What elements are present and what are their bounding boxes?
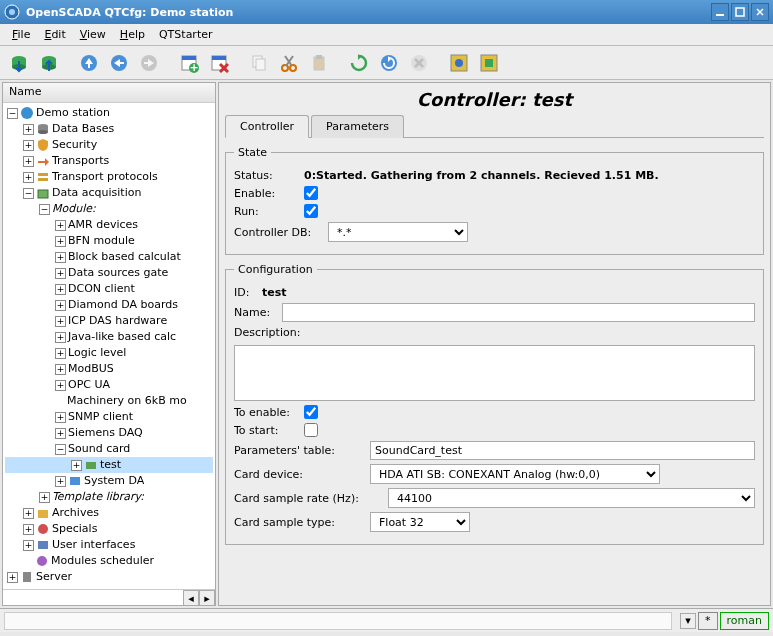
sample-rate-select[interactable]: 44100 [388, 488, 755, 508]
menu-view[interactable]: View [74, 26, 112, 43]
expander-icon[interactable]: + [55, 428, 66, 439]
tree-item[interactable]: DCON client [68, 281, 135, 297]
stop-icon[interactable] [406, 50, 432, 76]
enable-checkbox[interactable] [304, 186, 318, 200]
refresh-icon[interactable] [346, 50, 372, 76]
tree-item[interactable]: Machinery on 6kB mo [67, 393, 187, 409]
tree-item[interactable]: Logic level [68, 345, 126, 361]
expander-icon[interactable]: + [55, 220, 66, 231]
tree-item[interactable]: Siemens DAQ [68, 425, 143, 441]
tree-item[interactable]: Data Bases [52, 121, 114, 137]
tree-item[interactable]: Diamond DA boards [68, 297, 178, 313]
tree-item[interactable]: BFN module [68, 233, 135, 249]
tree-item[interactable]: SNMP client [68, 409, 133, 425]
tool-a-icon[interactable] [446, 50, 472, 76]
horizontal-scrollbar[interactable]: ◂ ▸ [3, 589, 215, 605]
paste-icon[interactable] [306, 50, 332, 76]
menu-file[interactable]: File [6, 26, 36, 43]
db-load-icon[interactable] [6, 50, 32, 76]
tree-item[interactable]: User interfaces [52, 537, 135, 553]
menu-qtstarter[interactable]: QTStarter [153, 26, 219, 43]
expander-icon[interactable]: − [7, 108, 18, 119]
params-table-input[interactable] [370, 441, 755, 460]
add-item-icon[interactable]: + [176, 50, 202, 76]
expander-icon[interactable]: + [55, 252, 66, 263]
tree-item[interactable]: OPC UA [68, 377, 110, 393]
tree-item[interactable]: Server [36, 569, 72, 585]
status-user[interactable]: roman [720, 612, 769, 630]
tree-item[interactable]: ModBUS [68, 361, 114, 377]
tree-item[interactable]: Sound card [68, 441, 130, 457]
expander-icon[interactable]: + [39, 492, 50, 503]
forward-icon[interactable] [136, 50, 162, 76]
expander-icon[interactable]: + [55, 316, 66, 327]
tree-item[interactable]: Transports [52, 153, 109, 169]
menu-edit[interactable]: Edit [38, 26, 71, 43]
expander-icon[interactable]: + [55, 476, 66, 487]
tree-item[interactable]: Security [52, 137, 97, 153]
tree-item[interactable]: Archives [52, 505, 99, 521]
expander-icon[interactable]: + [55, 348, 66, 359]
close-button[interactable] [751, 3, 769, 21]
expander-icon[interactable]: − [23, 188, 34, 199]
tree-item[interactable]: Data sources gate [68, 265, 168, 281]
expander-icon[interactable]: + [23, 140, 34, 151]
db-save-icon[interactable] [36, 50, 62, 76]
expander-icon[interactable]: + [55, 284, 66, 295]
run-checkbox[interactable] [304, 204, 318, 218]
expander-icon[interactable]: + [55, 236, 66, 247]
menu-help[interactable]: Help [114, 26, 151, 43]
expander-icon[interactable]: − [39, 204, 50, 215]
expander-icon[interactable]: + [23, 124, 34, 135]
tree-item[interactable]: Demo station [36, 105, 110, 121]
tool-b-icon[interactable] [476, 50, 502, 76]
minimize-button[interactable] [711, 3, 729, 21]
to-start-checkbox[interactable] [304, 423, 318, 437]
maximize-button[interactable] [731, 3, 749, 21]
expander-icon[interactable]: + [55, 268, 66, 279]
description-textarea[interactable] [234, 345, 755, 401]
up-icon[interactable] [76, 50, 102, 76]
tree-item-test[interactable]: test [100, 457, 121, 473]
name-input[interactable] [282, 303, 755, 322]
expander-icon[interactable]: + [23, 524, 34, 535]
status-dropdown-icon[interactable]: ▾ [680, 613, 696, 629]
auto-refresh-icon[interactable] [376, 50, 402, 76]
card-device-select[interactable]: HDA ATI SB: CONEXANT Analog (hw:0,0) [370, 464, 660, 484]
tree-item[interactable]: Transport protocols [52, 169, 158, 185]
expander-icon[interactable]: + [23, 540, 34, 551]
tree-item[interactable]: Specials [52, 521, 97, 537]
tree-item[interactable]: AMR devices [68, 217, 138, 233]
tab-controller[interactable]: Controller [225, 115, 309, 138]
tree-item-label[interactable]: Module: [52, 201, 96, 217]
scroll-right-icon[interactable]: ▸ [199, 590, 215, 606]
controller-db-select[interactable]: *.* [328, 222, 468, 242]
expander-icon[interactable]: + [55, 300, 66, 311]
tree-header[interactable]: Name [3, 83, 215, 103]
tree-item[interactable]: Data acquisition [52, 185, 141, 201]
expander-icon[interactable]: + [55, 412, 66, 423]
sample-type-select[interactable]: Float 32 [370, 512, 470, 532]
expander-icon[interactable]: + [23, 508, 34, 519]
tree-item[interactable]: ICP DAS hardware [68, 313, 167, 329]
copy-icon[interactable] [246, 50, 272, 76]
expander-icon[interactable]: + [23, 172, 34, 183]
to-enable-checkbox[interactable] [304, 405, 318, 419]
expander-icon[interactable]: + [55, 364, 66, 375]
cut-icon[interactable] [276, 50, 302, 76]
tab-parameters[interactable]: Parameters [311, 115, 404, 138]
expander-icon[interactable]: + [55, 380, 66, 391]
tree-item[interactable]: Modules scheduler [51, 553, 154, 569]
tree-body[interactable]: −Demo station +Data Bases +Security +Tra… [3, 103, 215, 589]
tree-item[interactable]: Java-like based calc [68, 329, 176, 345]
tree-item[interactable]: Block based calculat [68, 249, 181, 265]
tree-item[interactable]: System DA [84, 473, 144, 489]
expander-icon[interactable]: + [71, 460, 82, 471]
remove-item-icon[interactable] [206, 50, 232, 76]
expander-icon[interactable]: + [23, 156, 34, 167]
scroll-left-icon[interactable]: ◂ [183, 590, 199, 606]
expander-icon[interactable]: + [55, 332, 66, 343]
tree-item-label[interactable]: Template library: [52, 489, 144, 505]
back-icon[interactable] [106, 50, 132, 76]
expander-icon[interactable]: − [55, 444, 66, 455]
